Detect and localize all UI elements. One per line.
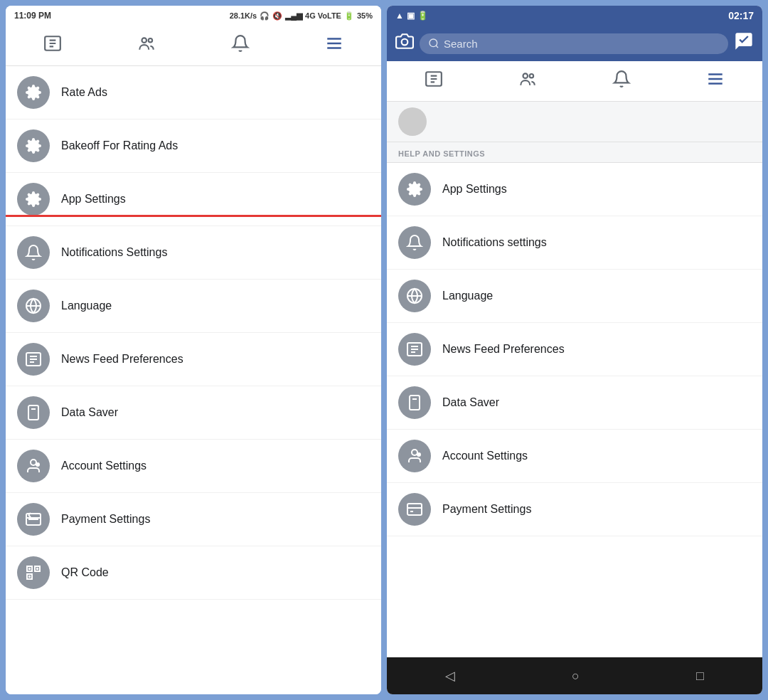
- left-menu-news-feed[interactable]: News Feed Preferences: [6, 333, 381, 386]
- right-nav-bar: [387, 61, 762, 102]
- svg-point-4: [142, 38, 147, 43]
- right-phone-panel: ▲ ▣ 🔋 02:17 Search: [387, 6, 762, 694]
- right-account-settings-label: Account Settings: [442, 450, 528, 462]
- svg-point-44: [402, 39, 408, 46]
- left-menu-account-settings[interactable]: Account Settings: [6, 440, 381, 493]
- left-phone-panel: 11:09 PM 28.1K/s 🎧 🔇 ▂▄▆ 4G VoLTE 🔋 35%: [6, 6, 381, 694]
- left-news-feed-label: News Feed Preferences: [61, 353, 183, 366]
- left-menu-qr-code[interactable]: QR Code: [6, 546, 381, 600]
- svg-point-45: [430, 39, 437, 47]
- left-data-saver-icon: [17, 396, 50, 429]
- left-nav-menu-icon[interactable]: [316, 31, 352, 60]
- left-menu-notifications[interactable]: Notifications Settings: [6, 226, 381, 280]
- left-rate-ads-label: Rate Ads: [61, 86, 107, 99]
- left-nav-newsfeed-icon[interactable]: [35, 31, 70, 60]
- right-data-saver-label: Data Saver: [442, 396, 499, 409]
- right-data-saver-icon: [398, 386, 431, 419]
- right-nav-menu-icon[interactable]: [698, 67, 733, 95]
- right-menu-app-settings[interactable]: App Settings: [387, 163, 762, 216]
- left-menu-language[interactable]: Language: [6, 280, 381, 333]
- left-bakeoff-label: Bakeoff For Rating Ads: [61, 139, 178, 152]
- right-status-right: 02:17: [728, 10, 754, 21]
- right-android-back-btn[interactable]: ◁: [445, 668, 455, 684]
- right-status-left: ▲ ▣ 🔋: [395, 11, 428, 21]
- left-signal-icon: ▂▄▆: [285, 11, 302, 21]
- right-nav-friends-icon[interactable]: [510, 67, 545, 95]
- right-menu-notifications[interactable]: Notifications settings: [387, 216, 762, 270]
- right-search-placeholder: Search: [444, 38, 478, 50]
- svg-rect-18: [28, 405, 38, 420]
- svg-rect-69: [407, 504, 422, 515]
- left-battery-icon: 🔋: [344, 11, 354, 21]
- left-nav-bell-icon[interactable]: [223, 31, 258, 60]
- right-avatar: [398, 107, 427, 136]
- left-notifications-label: Notifications Settings: [61, 246, 167, 259]
- left-account-settings-label: Account Settings: [61, 460, 146, 472]
- svg-rect-34: [28, 576, 31, 578]
- svg-rect-30: [28, 568, 31, 570]
- left-news-feed-icon: [17, 343, 50, 376]
- right-time: 02:17: [728, 10, 754, 21]
- right-account-settings-icon: [398, 440, 431, 472]
- right-section-label: HELP AND SETTINGS: [398, 149, 485, 158]
- left-menu-list: Rate Ads Bakeoff For Rating Ads App Sett…: [6, 66, 381, 694]
- left-qr-code-icon: [17, 556, 50, 589]
- left-data-saver-label: Data Saver: [61, 406, 118, 419]
- left-mute-icon: 🔇: [272, 11, 282, 21]
- right-menu-news-feed[interactable]: News Feed Preferences: [387, 323, 762, 376]
- svg-point-20: [31, 460, 36, 465]
- svg-point-52: [530, 74, 533, 78]
- left-menu-rate-ads[interactable]: Rate Ads: [6, 66, 381, 120]
- left-menu-payment[interactable]: Payment Settings: [6, 493, 381, 546]
- right-search-bar[interactable]: Search: [420, 33, 728, 54]
- right-notifications-label: Notifications settings: [442, 236, 547, 249]
- svg-line-25: [28, 515, 31, 517]
- left-account-settings-icon: [17, 450, 50, 482]
- left-nav-bar: [6, 26, 381, 66]
- right-nav-bell-icon[interactable]: [604, 67, 639, 95]
- right-language-label: Language: [442, 290, 493, 302]
- right-news-feed-label: News Feed Preferences: [442, 343, 565, 356]
- right-nav-newsfeed-icon[interactable]: [416, 67, 452, 95]
- left-language-label: Language: [61, 299, 112, 312]
- right-menu-account-settings[interactable]: Account Settings: [387, 430, 762, 483]
- right-android-home-btn[interactable]: ○: [572, 669, 580, 684]
- right-status-bar: ▲ ▣ 🔋 02:17: [387, 6, 762, 26]
- left-menu-app-settings[interactable]: App Settings: [6, 173, 381, 226]
- right-android-recent-btn[interactable]: □: [696, 669, 704, 684]
- svg-point-65: [412, 450, 417, 455]
- right-sim-icon: ▣: [407, 11, 415, 21]
- right-blue-header: Search: [387, 26, 762, 61]
- right-language-icon: [398, 280, 431, 312]
- left-qr-code-label: QR Code: [61, 566, 109, 579]
- right-menu-language[interactable]: Language: [387, 270, 762, 323]
- right-app-settings-label: App Settings: [442, 183, 507, 196]
- right-section-header: HELP AND SETTINGS: [387, 142, 762, 163]
- svg-rect-32: [36, 568, 38, 570]
- left-notifications-icon: [17, 236, 50, 269]
- left-menu-bakeoff[interactable]: Bakeoff For Rating Ads: [6, 120, 381, 173]
- left-network-type: 4G VoLTE: [305, 11, 341, 20]
- left-headphone-icon: 🎧: [260, 11, 270, 21]
- right-payment-label: Payment Settings: [442, 503, 531, 516]
- right-news-feed-icon: [398, 333, 431, 366]
- right-battery-icon: 🔋: [417, 11, 428, 21]
- svg-point-51: [523, 73, 528, 78]
- left-menu-data-saver[interactable]: Data Saver: [6, 386, 381, 440]
- left-payment-label: Payment Settings: [61, 513, 150, 526]
- left-nav-friends-icon[interactable]: [129, 31, 164, 60]
- left-status-left: 11:09 PM: [14, 11, 51, 21]
- left-app-settings-label: App Settings: [61, 193, 126, 206]
- left-bakeoff-icon: [17, 129, 50, 162]
- left-status-bar: 11:09 PM 28.1K/s 🎧 🔇 ▂▄▆ 4G VoLTE 🔋 35%: [6, 6, 381, 26]
- left-status-right: 28.1K/s 🎧 🔇 ▂▄▆ 4G VoLTE 🔋 35%: [230, 11, 373, 21]
- right-menu-payment[interactable]: Payment Settings: [387, 483, 762, 536]
- left-app-settings-icon: [17, 183, 50, 216]
- right-menu-list: App Settings Notifications settings Lang…: [387, 163, 762, 657]
- right-messenger-icon[interactable]: [734, 31, 754, 55]
- left-network-info: 28.1K/s: [230, 11, 257, 20]
- left-battery-pct: 35%: [357, 11, 373, 20]
- right-camera-icon[interactable]: [395, 32, 414, 55]
- svg-rect-63: [410, 396, 420, 410]
- right-menu-data-saver[interactable]: Data Saver: [387, 376, 762, 430]
